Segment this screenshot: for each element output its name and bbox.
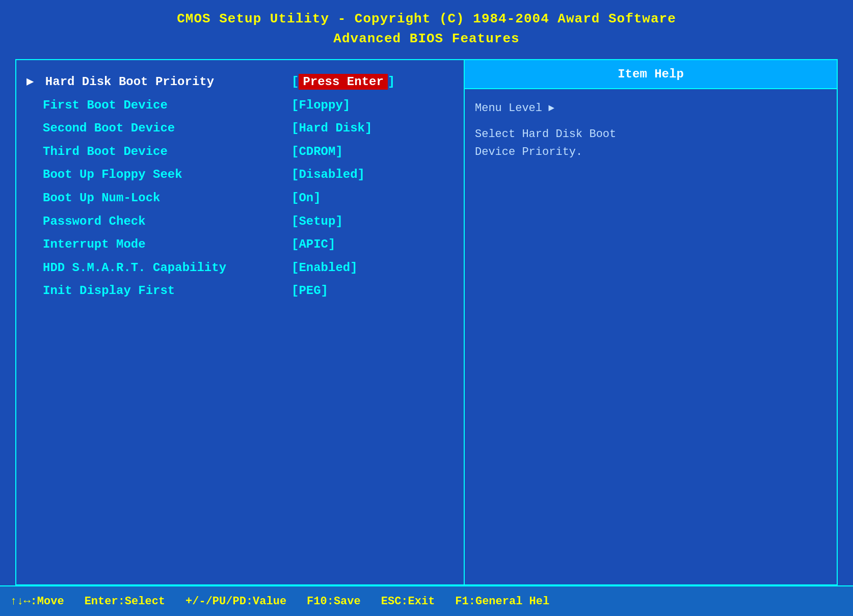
- row-value-boot-up-floppy-seek: [Disabled]: [291, 166, 365, 183]
- bios-row-first-boot-device[interactable]: First Boot Device[Floppy]: [26, 94, 454, 117]
- row-label-init-display-first: Init Display First: [26, 282, 291, 300]
- left-panel: ▶ Hard Disk Boot Priority[Press Enter]Fi…: [16, 60, 465, 584]
- row-value-password-check: [Setup]: [291, 213, 343, 230]
- bios-row-boot-up-num-lock[interactable]: Boot Up Num-Lock[On]: [26, 186, 454, 210]
- bottom-desc: :Exit: [401, 595, 435, 608]
- bottom-item-enter: Enter:Select: [85, 595, 165, 608]
- bottom-key: ↑↓↔: [10, 595, 31, 608]
- help-text-line1: Select Hard Disk Boot: [475, 125, 827, 143]
- bottom-bar: ↑↓↔:MoveEnter:Select+/-/PU/PD:ValueF10:S…: [0, 585, 853, 616]
- menu-level-arrow: ►: [548, 100, 554, 117]
- title-bar: CMOS Setup Utility - Copyright (C) 1984-…: [0, 0, 853, 54]
- bottom-item-f1: F1:General Hel: [455, 595, 549, 608]
- bottom-desc: :General Hel: [469, 595, 549, 608]
- row-label-interrupt-mode: Interrupt Mode: [26, 236, 291, 253]
- bottom-desc: :Value: [246, 595, 286, 608]
- bios-row-password-check[interactable]: Password Check[Setup]: [26, 210, 454, 233]
- row-value-boot-up-num-lock: [On]: [291, 190, 321, 207]
- bottom-key: F10: [307, 595, 327, 608]
- bottom-item-f10: F10:Save: [307, 595, 361, 608]
- row-value-second-boot-device: [Hard Disk]: [291, 120, 372, 137]
- item-help-header: Item Help: [465, 60, 837, 89]
- help-text-line2: Device Priority.: [475, 143, 827, 161]
- bios-row-second-boot-device[interactable]: Second Boot Device[Hard Disk]: [26, 117, 454, 140]
- row-value-interrupt-mode: [APIC]: [291, 236, 335, 253]
- bottom-item-esc: ESC:Exit: [381, 595, 435, 608]
- bios-row-hard-disk-boot-priority[interactable]: ▶ Hard Disk Boot Priority[Press Enter]: [26, 70, 454, 94]
- row-arrow-hard-disk-boot-priority: ▶: [26, 75, 41, 89]
- row-label-boot-up-num-lock: Boot Up Num-Lock: [26, 190, 291, 207]
- bottom-key: F1: [455, 595, 468, 608]
- bottom-key: +/-/PU/PD: [185, 595, 246, 608]
- menu-level-label: Menu Level: [475, 99, 542, 117]
- bios-row-hdd-smart-capability[interactable]: HDD S.M.A.R.T. Capability[Enabled]: [26, 256, 454, 280]
- row-label-hard-disk-boot-priority: ▶ Hard Disk Boot Priority: [26, 73, 291, 91]
- row-value-hdd-smart-capability: [Enabled]: [291, 259, 358, 277]
- main-container: ▶ Hard Disk Boot Priority[Press Enter]Fi…: [15, 59, 838, 585]
- bios-row-boot-up-floppy-seek[interactable]: Boot Up Floppy Seek[Disabled]: [26, 163, 454, 186]
- bottom-item-: ↑↓↔:Move: [10, 595, 64, 608]
- bios-row-third-boot-device[interactable]: Third Boot Device[CDROM]: [26, 140, 454, 164]
- right-panel: Item Help Menu Level ► Select Hard Disk …: [465, 60, 837, 584]
- row-label-first-boot-device: First Boot Device: [26, 97, 291, 114]
- row-value-init-display-first: [PEG]: [291, 282, 328, 300]
- bios-row-init-display-first[interactable]: Init Display First[PEG]: [26, 279, 454, 303]
- bottom-key: Enter: [85, 595, 118, 608]
- bios-row-interrupt-mode[interactable]: Interrupt Mode[APIC]: [26, 233, 454, 256]
- row-label-second-boot-device: Second Boot Device: [26, 120, 291, 137]
- row-value-third-boot-device: [CDROM]: [291, 143, 343, 160]
- menu-level-row: Menu Level ►: [475, 99, 827, 117]
- bottom-item-pupd: +/-/PU/PD:Value: [185, 595, 286, 608]
- bottom-desc: :Select: [118, 595, 165, 608]
- title-line1: CMOS Setup Utility - Copyright (C) 1984-…: [0, 9, 853, 29]
- title-line2: Advanced BIOS Features: [0, 29, 853, 49]
- press-enter-highlight: Press Enter: [299, 74, 387, 90]
- row-value-hard-disk-boot-priority: [Press Enter]: [291, 73, 395, 91]
- bottom-desc: :Save: [327, 595, 361, 608]
- item-help-content: Menu Level ► Select Hard Disk Boot Devic…: [465, 89, 837, 172]
- row-value-first-boot-device: [Floppy]: [291, 97, 350, 114]
- row-label-hdd-smart-capability: HDD S.M.A.R.T. Capability: [26, 259, 291, 277]
- row-label-password-check: Password Check: [26, 213, 291, 230]
- bottom-desc: :Move: [31, 595, 64, 608]
- bottom-key: ESC: [381, 595, 402, 608]
- row-label-boot-up-floppy-seek: Boot Up Floppy Seek: [26, 166, 291, 183]
- row-label-third-boot-device: Third Boot Device: [26, 143, 291, 160]
